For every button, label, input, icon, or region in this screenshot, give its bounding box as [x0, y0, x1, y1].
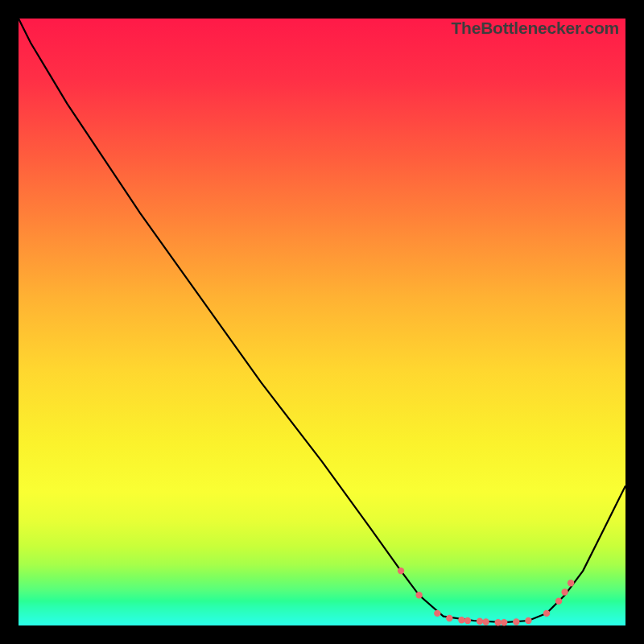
- chart-stage: TheBottleneсker.com: [0, 0, 644, 644]
- highlight-dot: [561, 588, 568, 595]
- highlight-dot: [464, 617, 471, 624]
- highlight-dot: [525, 617, 531, 624]
- highlight-dot: [568, 580, 574, 586]
- highlight-dot: [501, 619, 507, 625]
- plot-area: TheBottleneсker.com: [19, 19, 625, 625]
- highlight-dot: [446, 615, 452, 621]
- highlight-dot: [495, 619, 502, 625]
- highlight-dot: [543, 610, 550, 617]
- highlight-dot: [415, 592, 422, 598]
- highlight-dot: [513, 618, 519, 625]
- highlight-dot: [482, 618, 489, 625]
- curve-layer: [19, 19, 625, 625]
- highlight-dot: [458, 617, 464, 623]
- highlight-dot: [555, 598, 562, 605]
- highlight-dots-group: [398, 568, 575, 626]
- highlight-dot: [398, 568, 404, 574]
- highlight-dot: [434, 610, 440, 617]
- bottleneck-curve: [19, 19, 625, 622]
- highlight-dot: [477, 618, 483, 625]
